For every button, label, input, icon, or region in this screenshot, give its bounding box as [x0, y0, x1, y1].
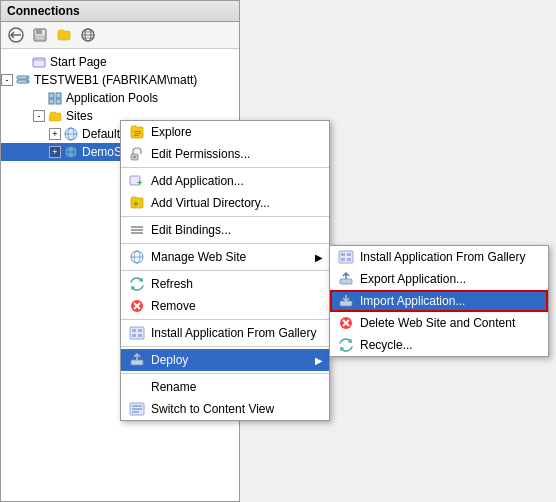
menu-item-add-vdir[interactable]: + Add Virtual Directory... — [121, 192, 329, 214]
tree-item-server[interactable]: - TESTWEB1 (FABRIKAM\matt) — [1, 71, 239, 89]
connections-header: Connections — [1, 1, 239, 22]
svg-rect-42 — [132, 329, 136, 332]
install-gallery-icon — [127, 325, 147, 341]
manage-site-icon — [127, 249, 147, 265]
menu-item-deploy[interactable]: Deploy ▶ — [121, 349, 329, 371]
separator-5 — [121, 319, 329, 320]
edit-bindings-icon — [127, 222, 147, 238]
svg-point-28 — [134, 156, 136, 158]
edit-bindings-label: Edit Bindings... — [151, 223, 231, 237]
rename-icon — [127, 379, 147, 395]
save-icon — [32, 27, 48, 43]
remove-icon — [127, 298, 147, 314]
demosite-icon — [63, 144, 79, 160]
svg-rect-15 — [56, 93, 61, 98]
svg-rect-50 — [132, 411, 139, 413]
submenu-import-icon — [336, 293, 356, 309]
sites-icon — [47, 108, 63, 124]
server-label: TESTWEB1 (FABRIKAM\matt) — [34, 73, 197, 87]
default-site-icon — [63, 126, 79, 142]
start-page-icon — [31, 54, 47, 70]
submenu-export-icon — [336, 271, 356, 287]
submenu-item-recycle[interactable]: Recycle... — [330, 334, 548, 356]
menu-item-install-gallery[interactable]: Install Application From Gallery — [121, 322, 329, 344]
content-view-icon — [127, 401, 147, 417]
edit-permissions-icon — [127, 146, 147, 162]
explore-label: Explore — [151, 125, 192, 139]
svg-rect-25 — [134, 133, 141, 134]
submenu-install-gallery-icon — [336, 249, 356, 265]
install-gallery-label: Install Application From Gallery — [151, 326, 316, 340]
deploy-icon — [127, 352, 147, 368]
menu-item-add-application[interactable]: + Add Application... — [121, 170, 329, 192]
svg-rect-41 — [130, 327, 144, 339]
submenu-item-export[interactable]: Export Application... — [330, 268, 548, 290]
svg-rect-49 — [132, 408, 142, 410]
toolbar-folder-button[interactable] — [53, 24, 75, 46]
tree-item-app-pools[interactable]: Application Pools — [1, 89, 239, 107]
submenu-delete-label: Delete Web Site and Content — [360, 316, 515, 330]
edit-permissions-label: Edit Permissions... — [151, 147, 250, 161]
svg-rect-52 — [341, 253, 345, 256]
menu-item-refresh[interactable]: Refresh — [121, 273, 329, 295]
app-pools-icon — [47, 90, 63, 106]
menu-item-rename[interactable]: Rename — [121, 376, 329, 398]
toolbar-save-button[interactable] — [29, 24, 51, 46]
manage-site-arrow: ▶ — [315, 252, 323, 263]
submenu-item-delete[interactable]: Delete Web Site and Content — [330, 312, 548, 334]
submenu-install-gallery-label: Install Application From Gallery — [360, 250, 525, 264]
back-icon — [8, 27, 24, 43]
add-vdir-label: Add Virtual Directory... — [151, 196, 270, 210]
svg-text:+: + — [133, 199, 138, 209]
svg-rect-51 — [339, 251, 353, 263]
menu-item-explore[interactable]: Explore — [121, 121, 329, 143]
manage-site-label: Manage Web Site — [151, 250, 246, 264]
svg-rect-48 — [132, 405, 142, 407]
rename-label: Rename — [151, 380, 196, 394]
globe-icon — [80, 27, 96, 43]
svg-rect-14 — [49, 93, 54, 98]
start-page-label: Start Page — [50, 55, 107, 69]
svg-rect-53 — [347, 253, 351, 256]
svg-rect-17 — [56, 99, 61, 104]
submenu-item-install-gallery[interactable]: Install Application From Gallery — [330, 246, 548, 268]
separator-4 — [121, 270, 329, 271]
svg-rect-2 — [36, 29, 42, 34]
connections-title: Connections — [7, 4, 80, 18]
separator-1 — [121, 167, 329, 168]
remove-label: Remove — [151, 299, 196, 313]
menu-item-manage-site[interactable]: Manage Web Site ▶ — [121, 246, 329, 268]
separator-2 — [121, 216, 329, 217]
svg-text:+: + — [137, 178, 142, 188]
svg-rect-55 — [347, 258, 351, 261]
demosite-expander[interactable]: + — [49, 146, 61, 158]
tree-item-start-page[interactable]: Start Page — [1, 53, 239, 71]
deploy-submenu: Install Application From Gallery Export … — [329, 245, 549, 357]
svg-rect-56 — [340, 279, 352, 284]
submenu-item-import[interactable]: Import Application... — [330, 290, 548, 312]
menu-item-edit-permissions[interactable]: Edit Permissions... — [121, 143, 329, 165]
submenu-recycle-icon — [336, 337, 356, 353]
separator-6 — [121, 346, 329, 347]
svg-rect-54 — [341, 258, 345, 261]
sites-expander[interactable]: - — [33, 110, 45, 122]
separator-7 — [121, 373, 329, 374]
app-pools-label: Application Pools — [66, 91, 158, 105]
server-expander[interactable]: - — [1, 74, 13, 86]
svg-rect-44 — [132, 334, 136, 337]
submenu-export-label: Export Application... — [360, 272, 466, 286]
deploy-arrow: ▶ — [315, 355, 323, 366]
svg-rect-46 — [131, 360, 143, 365]
refresh-label: Refresh — [151, 277, 193, 291]
default-site-expander[interactable]: + — [49, 128, 61, 140]
menu-item-remove[interactable]: Remove — [121, 295, 329, 317]
menu-item-content-view[interactable]: Switch to Content View — [121, 398, 329, 420]
add-application-label: Add Application... — [151, 174, 244, 188]
svg-point-12 — [26, 77, 28, 79]
svg-rect-16 — [49, 99, 54, 104]
menu-item-edit-bindings[interactable]: Edit Bindings... — [121, 219, 329, 241]
toolbar-globe-button[interactable] — [77, 24, 99, 46]
toolbar-back-button[interactable] — [5, 24, 27, 46]
separator-3 — [121, 243, 329, 244]
server-icon — [15, 72, 31, 88]
